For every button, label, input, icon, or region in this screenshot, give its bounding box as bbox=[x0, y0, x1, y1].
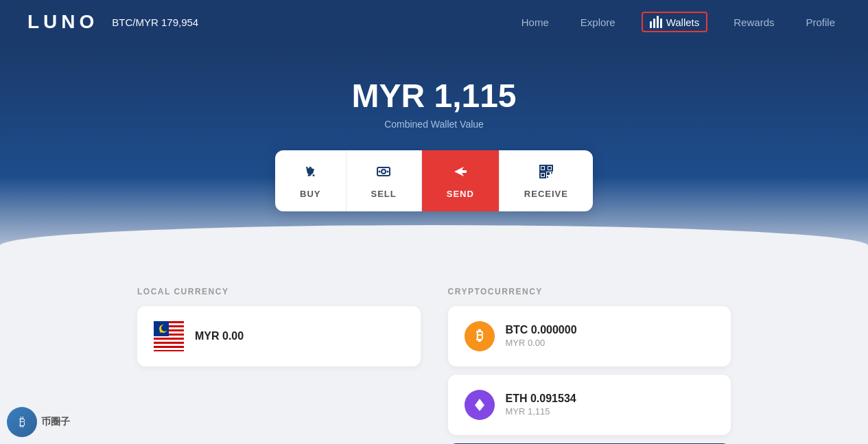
send-icon bbox=[451, 163, 469, 185]
eth-wallet-info: ETH 0.091534 MYR 1,115 bbox=[506, 393, 715, 417]
watermark-text: 币圈子 bbox=[41, 416, 70, 428]
sell-label: SELL bbox=[371, 189, 397, 199]
crypto-column: CRYPTOCURRENCY ₿ BTC 0.000000 MYR 0.00 bbox=[448, 287, 731, 444]
eth-myr-value: MYR 1,115 bbox=[506, 406, 715, 417]
combined-wallet-value: MYR 1,115 bbox=[0, 78, 868, 115]
hero-section: MYR 1,115 Combined Wallet Value ₿ BUY bbox=[0, 44, 868, 266]
receive-button[interactable]: RECEIVE bbox=[500, 150, 593, 211]
watermark: ₿ 币圈子 bbox=[7, 407, 70, 437]
svg-point-28 bbox=[161, 325, 168, 331]
watermark-icon: ₿ bbox=[7, 407, 37, 437]
combined-wallet-label: Combined Wallet Value bbox=[0, 119, 868, 130]
nav-rewards[interactable]: Rewards bbox=[728, 14, 779, 31]
svg-point-4 bbox=[387, 170, 389, 172]
btc-wallet-card[interactable]: ₿ BTC 0.000000 MYR 0.00 bbox=[448, 306, 731, 366]
nav-home[interactable]: Home bbox=[516, 14, 554, 31]
eth-icon bbox=[465, 390, 495, 420]
btc-wallet-info: BTC 0.000000 MYR 0.00 bbox=[506, 324, 715, 348]
myr-wallet-info: MYR 0.00 bbox=[195, 330, 404, 342]
nav-wallets[interactable]: Wallets bbox=[642, 12, 708, 32]
svg-point-3 bbox=[379, 170, 381, 172]
receive-label: RECEIVE bbox=[524, 189, 568, 199]
navbar: LUNO BTC/MYR 179,954 Home Explore Wallet… bbox=[0, 0, 868, 44]
svg-rect-13 bbox=[541, 167, 544, 170]
receive-icon bbox=[537, 163, 555, 185]
crypto-label: CRYPTOCURRENCY bbox=[448, 287, 731, 296]
svg-point-2 bbox=[382, 170, 386, 174]
sell-icon bbox=[375, 163, 392, 185]
myr-flag-icon bbox=[154, 321, 184, 351]
btc-amount: BTC 0.000000 bbox=[506, 324, 715, 336]
main-content: LOCAL CURRENCY bbox=[0, 266, 868, 444]
btc-myr-value: MYR 0.00 bbox=[506, 338, 715, 348]
svg-rect-25 bbox=[154, 348, 184, 350]
btc-icon: ₿ bbox=[465, 321, 495, 351]
nav-explore[interactable]: Explore bbox=[575, 14, 621, 31]
buy-label: BUY bbox=[300, 189, 320, 199]
send-label: SEND bbox=[447, 189, 474, 199]
nav-profile[interactable]: Profile bbox=[800, 14, 841, 31]
svg-rect-15 bbox=[541, 174, 544, 176]
nav-links: Home Explore Wallets Rewards Profile bbox=[516, 12, 841, 32]
send-button[interactable]: SEND bbox=[422, 150, 500, 211]
svg-rect-11 bbox=[551, 172, 552, 174]
svg-rect-23 bbox=[154, 340, 184, 342]
svg-rect-12 bbox=[547, 176, 548, 178]
buy-button[interactable]: ₿ BUY bbox=[275, 150, 346, 211]
eth-amount: ETH 0.091534 bbox=[506, 393, 715, 405]
action-bar: ₿ BUY SELL bbox=[0, 150, 868, 211]
svg-rect-24 bbox=[154, 344, 184, 346]
local-currency-column: LOCAL CURRENCY bbox=[137, 287, 421, 444]
action-buttons: ₿ BUY SELL bbox=[275, 150, 593, 211]
eth-wallet-card[interactable]: ETH 0.091534 MYR 1,115 bbox=[448, 375, 731, 435]
sell-button[interactable]: SELL bbox=[347, 150, 422, 211]
svg-text:₿: ₿ bbox=[308, 166, 313, 176]
svg-rect-10 bbox=[547, 172, 550, 175]
svg-rect-14 bbox=[548, 167, 551, 170]
local-currency-label: LOCAL CURRENCY bbox=[137, 287, 421, 296]
myr-amount: MYR 0.00 bbox=[195, 330, 404, 342]
myr-wallet-card[interactable]: MYR 0.00 bbox=[137, 306, 421, 366]
logo: LUNO bbox=[27, 11, 98, 33]
buy-icon: ₿ bbox=[301, 163, 319, 185]
wallets-icon bbox=[650, 16, 662, 28]
svg-rect-6 bbox=[460, 170, 467, 173]
btc-price: BTC/MYR 179,954 bbox=[112, 16, 198, 28]
